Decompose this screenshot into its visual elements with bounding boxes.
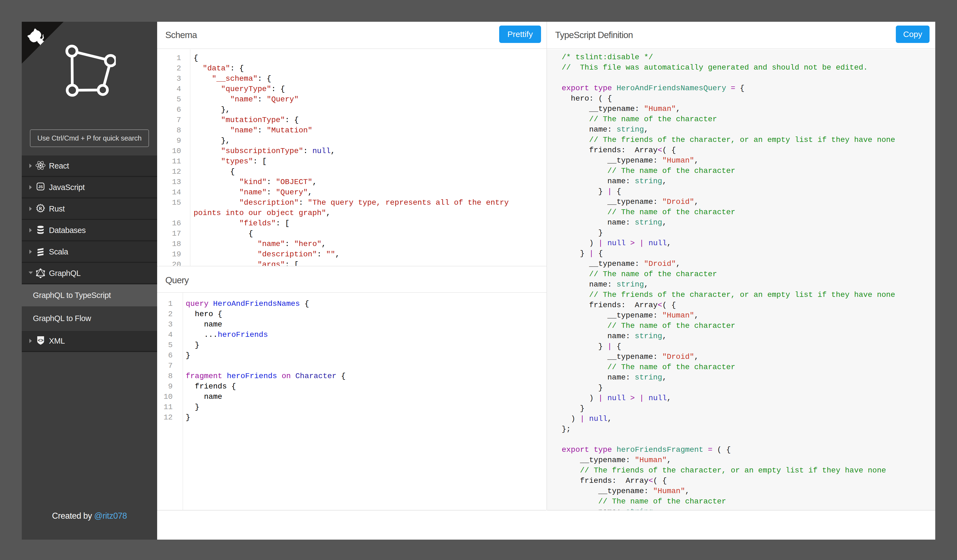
svg-text:<>: <> [38,338,44,343]
svg-text:R: R [39,206,43,211]
svg-text:JS: JS [38,185,43,189]
